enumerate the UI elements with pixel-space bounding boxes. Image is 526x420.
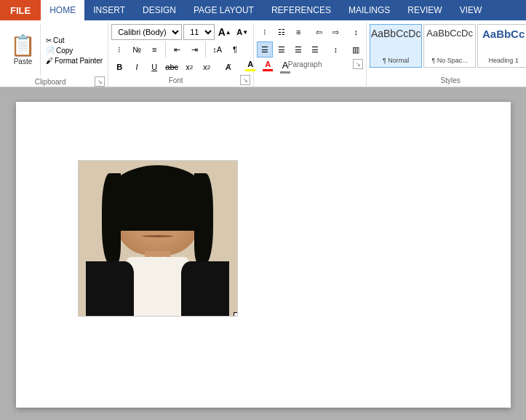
styles-scroll: AaBbCcDc ¶ Normal AaBbCcDc ¶ No Spac... … xyxy=(370,24,526,75)
tab-insert[interactable]: INSERT xyxy=(84,0,134,20)
list-bullets-button[interactable]: ⁝ xyxy=(111,41,127,58)
tab-home[interactable]: HOME xyxy=(41,0,84,20)
styles-group-label: Styles xyxy=(370,76,526,84)
hair-top xyxy=(107,165,209,230)
styles-container: AaBbCcDc ¶ Normal AaBbCcDc ¶ No Spac... … xyxy=(370,24,526,75)
list-numbered-button[interactable]: № xyxy=(129,41,145,58)
paste-button[interactable]: 📋 Paste xyxy=(6,24,41,76)
font-row2: ⁝ № ≡ ⇤ ⇥ ↕A ¶ xyxy=(111,41,250,58)
resize-handle[interactable] xyxy=(234,312,238,317)
clear-format-button[interactable]: A̸ xyxy=(220,59,236,75)
document-area xyxy=(0,87,526,420)
align-left-button[interactable]: ☰ xyxy=(257,41,273,58)
bullets-button[interactable]: ⁝ xyxy=(257,24,273,40)
clipboard-sub: ✂ Cut 📄 Copy 🖌 Format Painter xyxy=(41,24,105,76)
decrease-indent-button[interactable]: ⇤ xyxy=(169,41,185,58)
para-row1: ⁝ ☷ ≡ ⇦ ⇨ ↕ ¶ xyxy=(257,24,363,40)
increase-indent-button[interactable]: ⇥ xyxy=(186,41,202,58)
collar-left xyxy=(132,257,156,284)
subscript-button[interactable]: x2 xyxy=(181,59,197,75)
divider2 xyxy=(205,41,206,58)
ribbon-tab-row: FILE HOME INSERT DESIGN PAGE LAYOUT REFE… xyxy=(0,0,526,20)
font-group-label: Font xyxy=(111,76,240,84)
jacket-left xyxy=(86,261,133,316)
paragraph-expand-button[interactable]: ↘ xyxy=(353,59,363,69)
clipboard-group-footer: Clipboard ↘ xyxy=(6,76,105,87)
style-nospace-label: ¶ No Spac... xyxy=(431,57,467,64)
bold-button[interactable]: B xyxy=(111,59,127,75)
cut-label: Cut xyxy=(53,36,65,44)
paragraph-group: ⁝ ☷ ≡ ⇦ ⇨ ↕ ¶ ☰ ☰ ☰ ☰ ↕ ▥ ▦ Paragraph ↘ xyxy=(254,23,367,87)
font-size-select[interactable]: 11 xyxy=(183,24,215,40)
format-painter-button[interactable]: 🖌 Format Painter xyxy=(44,56,105,66)
italic-button[interactable]: I xyxy=(129,59,145,75)
underline-button[interactable]: U xyxy=(146,59,162,75)
font-group: Calibri (Body) 11 A▲ A▼ ⁝ № ≡ ⇤ ⇥ ↕A ¶ B… xyxy=(108,23,254,87)
cut-button[interactable]: ✂ Cut xyxy=(44,36,105,45)
tab-page-layout[interactable]: PAGE LAYOUT xyxy=(185,0,263,20)
style-nospace-preview: AaBbCcDc xyxy=(426,28,473,39)
scissors-icon: ✂ xyxy=(46,36,52,44)
clipboard-expand-button[interactable]: ↘ xyxy=(95,76,105,87)
font-expand-button[interactable]: ↘ xyxy=(240,75,250,85)
style-normal[interactable]: AaBbCcDc ¶ Normal xyxy=(370,24,422,68)
tab-design[interactable]: DESIGN xyxy=(134,0,185,20)
copy-label: Copy xyxy=(56,47,73,55)
clipboard-group: 📋 Paste ✂ Cut 📄 Copy 🖌 Format Painter xyxy=(3,23,108,87)
style-heading1[interactable]: AaBbCc Heading 1 xyxy=(477,24,526,68)
style-no-spacing[interactable]: AaBbCcDc ¶ No Spac... xyxy=(423,24,476,68)
styles-group: AaBbCcDc ¶ Normal AaBbCcDc ¶ No Spac... … xyxy=(367,23,526,87)
format-painter-label: Format Painter xyxy=(55,57,103,65)
document-page xyxy=(16,102,511,408)
tab-review[interactable]: REVIEW xyxy=(399,0,450,20)
para-row2: ☰ ☰ ☰ ☰ ↕ ▥ ▦ xyxy=(257,41,363,58)
justify-button[interactable]: ☰ xyxy=(307,41,323,58)
format-painter-icon: 🖌 xyxy=(46,57,53,65)
font-grow-button[interactable]: A▲ xyxy=(216,24,233,40)
tab-references[interactable]: REFERENCES xyxy=(263,0,340,20)
shading2-button[interactable]: ▥ xyxy=(348,41,364,58)
copy-button[interactable]: 📄 Copy xyxy=(44,46,105,55)
decrease-indent2-button[interactable]: ⇦ xyxy=(311,24,327,40)
superscript-button[interactable]: x2 xyxy=(199,59,215,75)
hair-right xyxy=(194,173,213,264)
hair-left xyxy=(102,173,121,264)
increase-indent2-button[interactable]: ⇨ xyxy=(327,24,343,40)
style-normal-preview: AaBbCcDc xyxy=(371,28,421,39)
tab-view[interactable]: VIEW xyxy=(451,0,491,20)
list-multilevel-button[interactable]: ≡ xyxy=(146,41,162,58)
numbering-button[interactable]: ☷ xyxy=(274,24,290,40)
show-hide-button[interactable]: ¶ xyxy=(227,41,243,58)
sort-button[interactable]: ↕A xyxy=(209,41,226,58)
style-h1-label: Heading 1 xyxy=(489,57,519,64)
clipboard-group-label: Clipboard xyxy=(6,78,95,86)
paste-icon: 📋 xyxy=(10,36,36,56)
align-right-button[interactable]: ☰ xyxy=(290,41,306,58)
styles-group-footer: Styles ↘ xyxy=(370,75,526,85)
clipboard-inner: 📋 Paste ✂ Cut 📄 Copy 🖌 Format Painter xyxy=(6,24,105,76)
ribbon-content: 📋 Paste ✂ Cut 📄 Copy 🖌 Format Painter xyxy=(0,20,526,87)
paragraph-group-label: Paragraph xyxy=(257,60,353,68)
para-sort-button[interactable]: ↕ xyxy=(348,24,364,40)
font-group-footer: Font ↘ xyxy=(111,75,250,85)
paragraph-group-footer: Paragraph ↘ xyxy=(257,59,363,69)
tab-file[interactable]: FILE xyxy=(0,0,41,20)
style-normal-label: ¶ Normal xyxy=(383,57,409,64)
copy-icon: 📄 xyxy=(46,47,55,55)
jacket-right xyxy=(181,261,228,316)
divider1 xyxy=(165,41,166,58)
font-shrink-button[interactable]: A▼ xyxy=(234,24,250,40)
style-h1-preview: AaBbCc xyxy=(482,28,525,40)
font-name-select[interactable]: Calibri (Body) xyxy=(111,24,182,40)
font-row3: B I U abc x2 x2 A̸ A A A xyxy=(111,59,250,75)
photo-placeholder xyxy=(79,161,237,316)
highlight-icon: A xyxy=(247,60,253,68)
line-spacing-button[interactable]: ↕ xyxy=(327,41,343,58)
paste-label: Paste xyxy=(14,58,33,66)
strikethrough-button[interactable]: abc xyxy=(164,59,180,75)
align-center-button[interactable]: ☰ xyxy=(274,41,290,58)
multilevel-list-button[interactable]: ≡ xyxy=(290,24,306,40)
font-row1: Calibri (Body) 11 A▲ A▼ xyxy=(111,24,250,40)
photo-image[interactable] xyxy=(78,160,238,317)
tab-mailings[interactable]: MAILINGS xyxy=(340,0,399,20)
